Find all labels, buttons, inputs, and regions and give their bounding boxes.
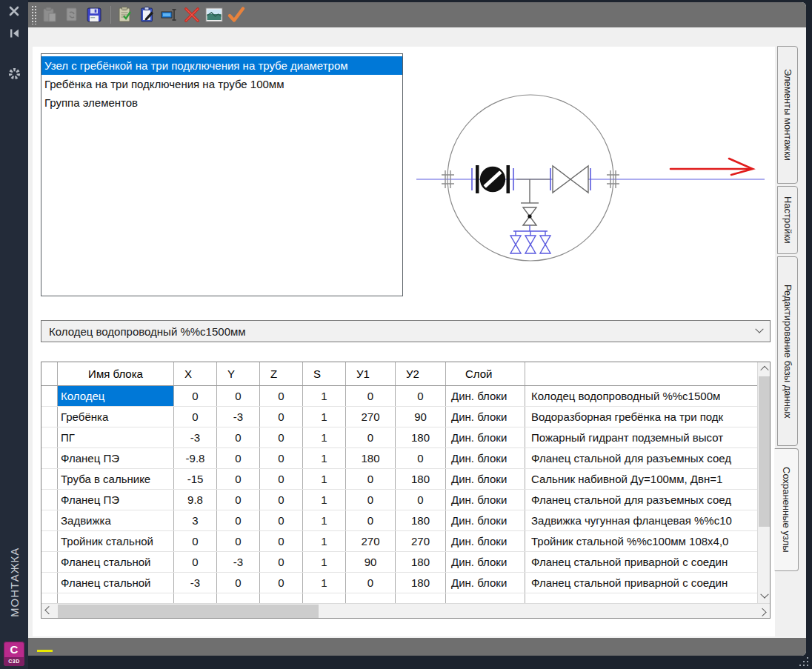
- row-selector[interactable]: [41, 407, 58, 427]
- table-cell[interactable]: Фланец стальной: [58, 573, 174, 593]
- header-u1[interactable]: У1: [346, 362, 396, 385]
- vertical-scroll-thumb[interactable]: [759, 376, 770, 527]
- table-cell[interactable]: 1: [303, 427, 346, 447]
- header-y[interactable]: Y: [217, 362, 260, 385]
- table-cell[interactable]: 0: [174, 552, 217, 572]
- table-cell[interactable]: 0: [217, 531, 260, 551]
- table-horizontal-scrollbar[interactable]: [41, 603, 770, 618]
- row-selector[interactable]: [41, 490, 58, 510]
- table-cell[interactable]: 0: [260, 386, 303, 406]
- autohide-button[interactable]: [0, 22, 28, 44]
- table-cell[interactable]: Дин. блоки: [446, 510, 525, 530]
- scroll-up-button[interactable]: [758, 362, 771, 376]
- table-cell[interactable]: 0: [217, 573, 260, 593]
- row-selector[interactable]: [41, 573, 58, 593]
- table-cell[interactable]: 0: [396, 448, 446, 468]
- table-cell[interactable]: 1: [303, 573, 346, 593]
- table-cell[interactable]: 180: [396, 573, 446, 593]
- check-list-button[interactable]: [115, 4, 136, 25]
- tab-3[interactable]: Редактирование базы данных: [777, 256, 798, 446]
- block-dropdown[interactable]: Колодец водопроводный %%с1500мм: [41, 320, 771, 342]
- tab-1[interactable]: Элементы монтажки: [777, 46, 798, 184]
- edit-table-button[interactable]: [137, 4, 158, 25]
- header-u2[interactable]: У2: [396, 362, 446, 385]
- table-cell[interactable]: 0: [174, 531, 217, 551]
- table-cell[interactable]: 180: [346, 448, 396, 468]
- save-button[interactable]: [84, 4, 104, 25]
- saved-node-item[interactable]: Гребёнка на три подключения на трубе 100…: [41, 75, 402, 93]
- table-cell[interactable]: Дин. блоки: [446, 490, 525, 510]
- table-cell[interactable]: 180: [396, 552, 446, 572]
- table-cell[interactable]: 0: [346, 490, 396, 510]
- table-cell[interactable]: 0: [260, 573, 303, 593]
- table-cell[interactable]: 1: [303, 531, 346, 551]
- row-selector[interactable]: [41, 386, 58, 406]
- replace-button[interactable]: [61, 4, 82, 25]
- table-cell[interactable]: Фланец стальной приварной с соедин: [525, 573, 757, 593]
- table-cell[interactable]: 0: [260, 490, 303, 510]
- row-selector[interactable]: [41, 531, 58, 551]
- table-cell[interactable]: Задвижка чугунная фланцевая %%с10: [525, 510, 757, 530]
- table-cell[interactable]: 90: [346, 552, 396, 572]
- row-selector[interactable]: [41, 510, 58, 530]
- table-cell[interactable]: 0: [346, 510, 396, 530]
- table-cell[interactable]: Дин. блоки: [446, 427, 525, 447]
- paste-button[interactable]: [39, 4, 60, 25]
- table-cell[interactable]: Дин. блоки: [446, 573, 525, 593]
- table-cell[interactable]: 0: [396, 490, 446, 510]
- table-cell[interactable]: 0: [217, 427, 260, 447]
- scroll-left-button[interactable]: [41, 604, 56, 619]
- horizontal-scroll-thumb[interactable]: [58, 605, 319, 618]
- table-cell[interactable]: 180: [396, 469, 446, 489]
- table-cell[interactable]: -3: [174, 573, 217, 593]
- table-cell[interactable]: 1: [303, 510, 346, 530]
- table-cell[interactable]: 0: [217, 510, 260, 530]
- table-cell[interactable]: Тройник стальной %%с100мм 108х4,0: [525, 531, 757, 551]
- table-cell[interactable]: 0: [260, 427, 303, 447]
- table-cell[interactable]: 180: [396, 510, 446, 530]
- table-cell[interactable]: Фланец стальной приварной с соедин: [525, 552, 757, 572]
- table-cell[interactable]: 270: [346, 407, 396, 427]
- scroll-right-button[interactable]: [755, 604, 770, 619]
- header-name[interactable]: Имя блока: [58, 362, 174, 385]
- table-cell[interactable]: 1: [303, 552, 346, 572]
- saved-node-item[interactable]: Группа элементов: [41, 93, 402, 112]
- table-cell[interactable]: Дин. блоки: [446, 407, 525, 427]
- table-cell[interactable]: 1: [303, 469, 346, 489]
- table-cell[interactable]: 0: [217, 448, 260, 468]
- table-cell[interactable]: 0: [217, 469, 260, 489]
- table-cell[interactable]: -3: [217, 407, 260, 427]
- header-x[interactable]: X: [174, 362, 217, 385]
- table-cell[interactable]: 0: [260, 448, 303, 468]
- settings-button[interactable]: [0, 62, 28, 84]
- header-layer[interactable]: Слой: [446, 362, 525, 385]
- table-cell[interactable]: 180: [396, 427, 446, 447]
- table-vertical-scrollbar[interactable]: [757, 362, 770, 603]
- row-selector[interactable]: [41, 469, 58, 489]
- table-cell[interactable]: 3: [174, 510, 217, 530]
- image-button[interactable]: [204, 4, 224, 25]
- table-cell[interactable]: Пожарный гидрант подземный высот: [525, 427, 757, 447]
- table-cell[interactable]: Дин. блоки: [446, 448, 525, 468]
- row-selector[interactable]: [41, 448, 58, 468]
- header-z[interactable]: Z: [260, 362, 303, 385]
- table-cell[interactable]: 9.8: [174, 490, 217, 510]
- table-cell[interactable]: 0: [260, 510, 303, 530]
- table-cell[interactable]: ПГ: [58, 427, 174, 447]
- tab-4[interactable]: Сохраненные узлы: [774, 448, 799, 571]
- table-cell[interactable]: 1: [303, 448, 346, 468]
- table-cell[interactable]: -9.8: [174, 448, 217, 468]
- table-cell[interactable]: -3: [217, 552, 260, 572]
- saved-node-item[interactable]: Узел с гребёнкой на три подключения на т…: [41, 56, 402, 75]
- header-s[interactable]: S: [303, 362, 346, 385]
- rename-button[interactable]: [159, 4, 180, 25]
- table-cell[interactable]: Труба в сальнике: [58, 469, 174, 489]
- table-cell[interactable]: 0: [396, 386, 446, 406]
- table-cell[interactable]: Водоразборная гребёнка на три подк: [525, 407, 757, 427]
- table-cell[interactable]: Фланец стальной для разъемных соед: [525, 448, 757, 468]
- table-cell[interactable]: Дин. блоки: [446, 469, 525, 489]
- table-cell[interactable]: Фланец ПЭ: [58, 448, 174, 468]
- tab-2[interactable]: Настройки: [777, 186, 798, 254]
- table-cell[interactable]: 0: [217, 386, 260, 406]
- table-cell[interactable]: 270: [346, 531, 396, 551]
